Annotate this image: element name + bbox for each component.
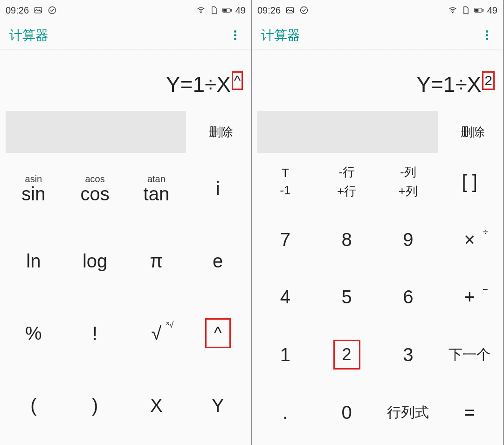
appbar: 计算器 [0,21,251,50]
key-row-ops[interactable]: -行+行 [316,153,378,211]
key-8[interactable]: 8 [316,211,378,268]
appbar: 计算器 [252,21,503,50]
check-icon [299,6,309,15]
svg-point-1 [49,7,56,14]
key-plus[interactable]: −+ [439,268,500,326]
key-power[interactable]: ^ [187,297,249,370]
clock: 09:26 [6,5,29,16]
image-icon [285,6,295,15]
key-pi[interactable]: π [126,225,187,297]
key-6[interactable]: 6 [378,268,439,326]
key-equals[interactable]: = [439,383,500,441]
key-factorial[interactable]: ! [64,297,126,370]
overflow-menu-icon[interactable] [480,25,494,46]
key-5[interactable]: 5 [316,268,378,326]
key-ln[interactable]: ln [3,225,64,297]
screen-right: 09:26 49 计算器 Y=1÷X 2 删除 T-1 -行+行 [252,0,504,445]
key-determinant[interactable]: 行列式 [378,383,439,441]
svg-point-2 [200,12,201,13]
delete-button[interactable]: 删除 [442,111,503,153]
svg-rect-11 [475,9,478,12]
key-9[interactable]: 9 [378,211,439,268]
battery-icon [222,6,232,15]
svg-rect-4 [230,9,231,11]
expression-main: Y=1÷X [416,72,481,97]
keypad-scientific: asinsin acoscos atantan i ln log π e % !… [0,153,251,445]
svg-point-8 [452,12,453,13]
key-e[interactable]: e [187,225,249,297]
expression-superscript: 2 [482,71,495,90]
key-paren-open[interactable]: ( [3,369,64,441]
key-7[interactable]: 7 [255,211,316,268]
key-log[interactable]: log [64,225,126,297]
result-box [257,111,438,153]
key-y[interactable]: Y [187,369,249,441]
sim-icon [209,6,219,15]
svg-rect-5 [223,9,227,12]
key-sin[interactable]: asinsin [3,153,64,225]
expression-superscript: ^ [232,71,243,90]
expression-main: Y=1÷X [166,72,231,97]
app-title: 计算器 [9,27,48,44]
key-col-ops[interactable]: -列+列 [378,153,439,211]
battery-level: 49 [235,5,246,16]
key-1[interactable]: 1 [255,326,316,383]
check-icon [48,6,57,15]
clock: 09:26 [257,5,281,16]
key-next[interactable]: 下一个 [439,326,500,383]
key-brackets[interactable]: [ ] [439,153,500,211]
result-box [6,111,186,153]
expression-display: Y=1÷X 2 [252,50,503,111]
delete-button[interactable]: 删除 [191,111,251,153]
battery-icon [474,6,483,15]
key-x[interactable]: X [126,369,187,441]
wifi-icon [448,6,457,15]
wifi-icon [196,6,206,15]
key-cos[interactable]: acoscos [64,153,126,225]
result-strip: 删除 [0,111,251,153]
app-title: 计算器 [261,27,300,44]
key-sqrt[interactable]: ³√√ [126,297,187,370]
key-percent[interactable]: % [3,297,64,370]
key-transpose-inverse[interactable]: T-1 [255,153,316,211]
key-i[interactable]: i [187,153,249,225]
screen-left: 09:26 49 计算器 Y=1÷X ^ 删除 asinsin acoscos … [0,0,252,445]
key-paren-close[interactable]: ) [64,369,126,441]
svg-rect-10 [482,9,483,11]
sim-icon [461,6,470,15]
result-strip: 删除 [252,111,503,153]
overflow-menu-icon[interactable] [228,25,242,46]
key-0[interactable]: 0 [316,383,378,441]
svg-point-7 [301,7,308,14]
keypad-matrix: T-1 -行+行 -列+列 [ ] 7 8 9 ÷× 4 5 6 −+ 1 2 … [252,153,503,445]
expression-display: Y=1÷X ^ [0,50,251,111]
battery-level: 49 [487,5,497,16]
key-multiply[interactable]: ÷× [439,211,500,268]
status-bar: 09:26 49 [252,0,503,21]
key-tan[interactable]: atantan [126,153,187,225]
key-3[interactable]: 3 [378,326,439,383]
status-bar: 09:26 49 [0,0,251,21]
key-4[interactable]: 4 [255,268,316,326]
key-2[interactable]: 2 [316,326,378,383]
key-dot[interactable]: . [255,383,316,441]
image-icon [34,6,43,15]
